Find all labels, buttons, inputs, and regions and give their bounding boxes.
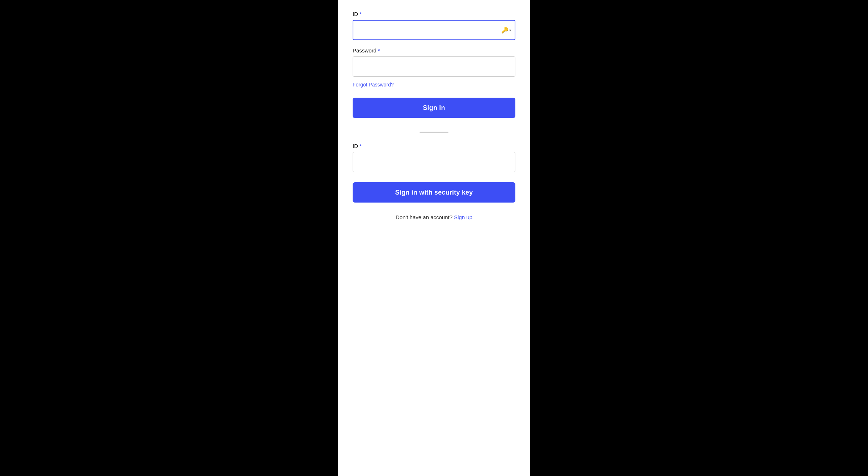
autofill-key-button[interactable]: 🔑 ▾ bbox=[500, 25, 512, 35]
password-required-star: * bbox=[378, 47, 380, 54]
id-input-wrapper-1: 🔑 ▾ bbox=[353, 20, 515, 40]
page-container: ID * 🔑 ▾ Password * Forgot Password? Sig… bbox=[338, 0, 530, 476]
signup-row: Don't have an account? Sign up bbox=[353, 214, 515, 220]
id-label-text-2: ID bbox=[353, 143, 358, 149]
chevron-down-icon: ▾ bbox=[509, 28, 511, 32]
id-label-text-1: ID bbox=[353, 11, 358, 17]
id-input-2[interactable] bbox=[353, 152, 515, 172]
key-icon: 🔑 bbox=[501, 27, 509, 34]
security-key-section: ID * Sign in with security key bbox=[353, 143, 515, 203]
login-form-section: ID * 🔑 ▾ Password * Forgot Password? Sig… bbox=[353, 11, 515, 118]
id-input-wrapper-2 bbox=[353, 152, 515, 172]
forgot-password-link[interactable]: Forgot Password? bbox=[353, 82, 515, 88]
id-label-2: ID * bbox=[353, 143, 515, 149]
password-input[interactable] bbox=[353, 56, 515, 77]
sign-up-link[interactable]: Sign up bbox=[454, 214, 472, 220]
id-required-star-2: * bbox=[359, 143, 362, 149]
id-required-star-1: * bbox=[359, 11, 362, 17]
password-label-text: Password bbox=[353, 47, 376, 54]
section-divider bbox=[420, 132, 448, 133]
id-input-1[interactable] bbox=[353, 20, 515, 40]
password-label: Password * bbox=[353, 47, 515, 54]
password-input-wrapper bbox=[353, 56, 515, 77]
sign-in-button[interactable]: Sign in bbox=[353, 98, 515, 118]
id-label-1: ID * bbox=[353, 11, 515, 17]
no-account-text: Don't have an account? bbox=[396, 214, 452, 220]
security-key-button[interactable]: Sign in with security key bbox=[353, 182, 515, 203]
